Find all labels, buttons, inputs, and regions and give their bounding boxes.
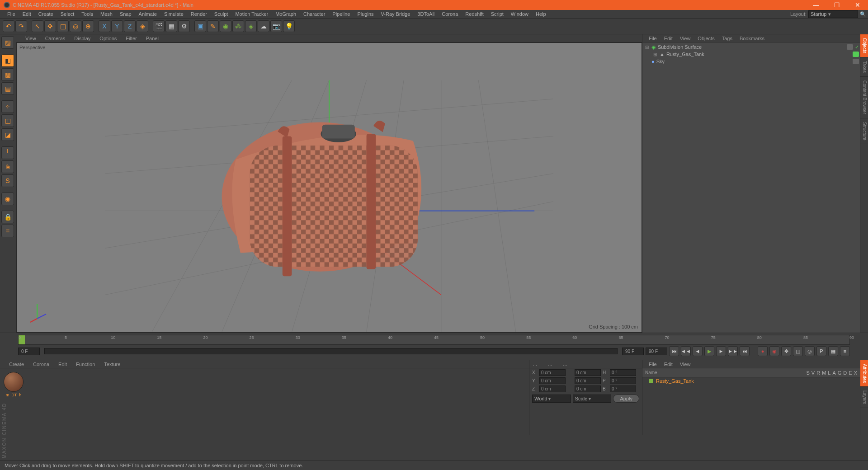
viewport-layers[interactable]: ≡: [1, 225, 14, 237]
polygons-mode[interactable]: ◪: [1, 128, 14, 141]
tree-row[interactable]: ⊟ ◉ Subdivision Surface ✓: [643, 43, 859, 51]
light[interactable]: 💡: [283, 20, 295, 32]
coord-world-select[interactable]: World ▾: [532, 395, 571, 403]
menu-sculpt[interactable]: Sculpt: [211, 10, 232, 18]
menu-edit[interactable]: Edit: [19, 10, 35, 18]
model-mode[interactable]: ◧: [1, 54, 14, 67]
menu-mograph[interactable]: MoGraph: [272, 10, 300, 18]
snap-toggle[interactable]: S: [1, 174, 14, 187]
tab-attributes[interactable]: Attributes: [860, 360, 868, 387]
menu-snap[interactable]: Snap: [116, 10, 135, 18]
tree-row[interactable]: ⊞ ▲ Rusty_Gas_Tank: [643, 51, 859, 58]
autokey-button[interactable]: ◉: [769, 346, 779, 356]
cube-primitive[interactable]: ▣: [194, 20, 206, 32]
frame-start[interactable]: 0 F: [18, 348, 40, 355]
menu-simulate[interactable]: Simulate: [160, 10, 187, 18]
tab-structure[interactable]: Structure: [860, 118, 868, 145]
tag-icon[interactable]: [853, 52, 859, 57]
x-axis-lock[interactable]: X: [99, 20, 110, 32]
mat-corona[interactable]: Corona: [28, 361, 54, 368]
om-objects[interactable]: Objects: [694, 35, 718, 42]
tab-objects[interactable]: Objects: [860, 34, 868, 57]
points-mode[interactable]: ⁘: [1, 100, 14, 113]
tweak-mode[interactable]: 🖱: [1, 160, 14, 173]
axis-gizmo[interactable]: [26, 301, 48, 323]
menu-window[interactable]: Window: [507, 10, 532, 18]
menu-help[interactable]: Help: [532, 10, 550, 18]
attr-col[interactable]: A: [832, 370, 835, 376]
attr-col[interactable]: V: [811, 370, 815, 376]
coord-input[interactable]: [539, 369, 566, 376]
frame-end[interactable]: 90 F: [622, 348, 644, 355]
play-button[interactable]: ▶: [704, 346, 714, 356]
coord-input[interactable]: [610, 385, 636, 392]
menu-select[interactable]: Select: [57, 10, 78, 18]
tag-icon[interactable]: [853, 59, 859, 64]
menu-animate[interactable]: Animate: [135, 10, 160, 18]
goto-start[interactable]: ⏮: [669, 346, 679, 356]
maximize-button[interactable]: ☐: [826, 0, 847, 10]
coord-input[interactable]: [610, 369, 636, 376]
goto-end[interactable]: ⏭: [740, 346, 750, 356]
attr-edit[interactable]: Edit: [660, 361, 676, 368]
menu-corona[interactable]: Corona: [438, 10, 462, 18]
coord-input[interactable]: [575, 369, 601, 376]
attr-file[interactable]: File: [645, 361, 660, 368]
material-preview[interactable]: [4, 372, 24, 392]
key-rot[interactable]: ◎: [805, 346, 815, 356]
om-bookmarks[interactable]: Bookmarks: [736, 35, 768, 42]
next-frame[interactable]: ►: [716, 346, 726, 356]
menu-pipeline[interactable]: Pipeline: [329, 10, 354, 18]
menu-character[interactable]: Character: [300, 10, 329, 18]
render-view[interactable]: 🎬: [153, 20, 165, 32]
viewport-3d[interactable]: Perspective: [16, 42, 642, 333]
layer-color-icon[interactable]: [649, 379, 653, 383]
render-settings[interactable]: ⚙: [178, 20, 190, 32]
edges-mode[interactable]: ◫: [1, 114, 14, 127]
coord-system[interactable]: ◈: [137, 20, 148, 32]
workplane-mode[interactable]: ▤: [1, 82, 14, 95]
menu-vray[interactable]: V-Ray Bridge: [377, 10, 414, 18]
menu-plugins[interactable]: Plugins: [354, 10, 377, 18]
attr-col[interactable]: S: [807, 370, 810, 376]
deformer[interactable]: ◈: [245, 20, 257, 32]
tab-layers[interactable]: Layers: [860, 387, 868, 408]
key-param[interactable]: P: [816, 346, 826, 356]
coord-input[interactable]: [575, 377, 601, 384]
menu-motion-tracker[interactable]: Motion Tracker: [231, 10, 272, 18]
om-view[interactable]: View: [676, 35, 694, 42]
menu-redshift[interactable]: Redshift: [462, 10, 487, 18]
mat-edit[interactable]: Edit: [54, 361, 71, 368]
select-tool[interactable]: ↖: [32, 20, 43, 32]
pen-tool[interactable]: ✎: [207, 20, 219, 32]
mat-create[interactable]: Create: [5, 361, 28, 368]
om-tags[interactable]: Tags: [718, 35, 736, 42]
prev-key[interactable]: ◄◄: [681, 346, 691, 356]
z-axis-lock[interactable]: Z: [124, 20, 136, 32]
record-button[interactable]: ●: [758, 346, 768, 356]
viewport-solo[interactable]: 🔒: [1, 211, 14, 223]
attr-col[interactable]: R: [816, 370, 820, 376]
vp-panel[interactable]: Panel: [142, 35, 163, 42]
attr-col[interactable]: L: [828, 370, 830, 376]
menu-tools[interactable]: Tools: [78, 10, 97, 18]
proj-end[interactable]: 90 F: [646, 348, 667, 355]
om-file[interactable]: File: [645, 35, 660, 42]
key-opts[interactable]: ≡: [840, 346, 850, 356]
redo-button[interactable]: ↷: [15, 20, 27, 32]
array-generator[interactable]: ⁂: [232, 20, 244, 32]
move-tool[interactable]: ✥: [44, 20, 56, 32]
close-button[interactable]: ✕: [847, 0, 868, 10]
coord-input[interactable]: [539, 377, 566, 384]
menu-render[interactable]: Render: [187, 10, 211, 18]
tree-row[interactable]: ● Sky: [643, 58, 859, 65]
om-edit[interactable]: Edit: [660, 35, 676, 42]
soft-select[interactable]: ◉: [1, 193, 14, 205]
coord-input[interactable]: [539, 385, 566, 392]
vp-view[interactable]: View: [21, 35, 41, 42]
attr-col[interactable]: M: [822, 370, 826, 376]
menu-file[interactable]: File: [4, 10, 19, 18]
subdivision-surface[interactable]: ◉: [220, 20, 231, 32]
minimize-button[interactable]: —: [806, 0, 826, 10]
menu-mesh[interactable]: Mesh: [97, 10, 116, 18]
